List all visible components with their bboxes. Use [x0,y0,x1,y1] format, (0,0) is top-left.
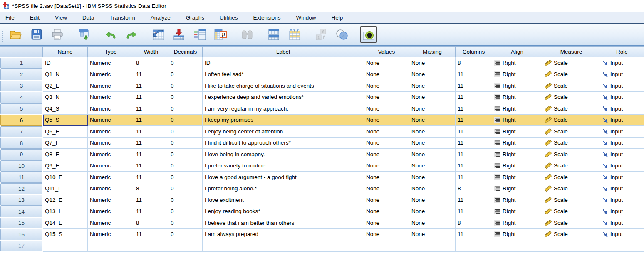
menu-graphs[interactable]: Graphs [181,12,209,23]
cell-type[interactable]: Numeric [88,103,134,115]
cell-measure[interactable]: Scale [542,149,600,160]
cell-role[interactable]: Input [600,194,644,206]
cell-columns[interactable]: 11 [456,126,492,138]
cell-missing[interactable]: None [409,229,456,241]
cell-width[interactable]: 8 [134,183,168,195]
cell-measure[interactable]: Scale [542,217,600,229]
cell-width[interactable]: 11 [134,92,168,103]
cell-decimals[interactable] [168,240,203,252]
cell-name[interactable]: Q5_S [43,115,88,126]
cell-label[interactable]: I prefer being alone.* [203,183,364,195]
cell-label[interactable] [203,240,364,252]
menu-transform[interactable]: Transform [105,12,140,23]
cell-type[interactable]: Numeric [88,206,134,218]
cell-name[interactable]: Q11_I [43,183,88,195]
cell-values[interactable]: None [364,160,409,172]
cell-align[interactable]: Right [492,183,542,195]
cell-label[interactable]: I love a good argument - a good fight [203,172,364,183]
column-header-type[interactable]: Type [88,46,134,57]
menu-view[interactable]: View [50,12,72,23]
cell-role[interactable]: Input [600,160,644,172]
cell-type[interactable]: Numeric [88,160,134,172]
column-header-width[interactable]: Width [134,46,168,57]
cell-role[interactable]: Input [600,217,644,229]
cell-align[interactable]: Right [492,57,542,69]
cell-values[interactable]: None [364,80,409,92]
cell-columns[interactable]: 8 [456,183,492,195]
cell-missing[interactable]: None [409,172,456,183]
cell-measure[interactable]: Scale [542,194,600,206]
toolbar-grip[interactable] [2,27,4,42]
cell-type[interactable]: Numeric [88,172,134,183]
cell-decimals[interactable]: 0 [168,172,203,183]
cell-decimals[interactable]: 0 [168,115,203,126]
cell-decimals[interactable]: 0 [168,126,203,138]
cell-role[interactable]: Input [600,103,644,115]
menu-analyze[interactable]: Analyze [146,12,175,23]
cell-missing[interactable]: None [409,115,456,126]
cell-missing[interactable]: None [409,92,456,103]
row-number[interactable]: 10 [0,160,42,172]
cell-width[interactable]: 11 [134,206,168,218]
column-header-measure[interactable]: Measure [542,46,600,57]
cell-measure[interactable]: Scale [542,103,600,115]
cell-name[interactable]: Q10_E [43,172,88,183]
cell-align[interactable]: Right [492,217,542,229]
cell-width[interactable]: 11 [134,149,168,160]
row-number[interactable]: 8 [0,138,42,149]
cell-name[interactable]: Q13_I [43,206,88,218]
cell-align[interactable]: Right [492,92,542,103]
cell-align[interactable]: Right [492,194,542,206]
row-number[interactable]: 12 [0,183,42,194]
cell-decimals[interactable]: 0 [168,183,203,195]
cell-values[interactable]: None [364,69,409,81]
menu-window[interactable]: Window [292,12,321,23]
cell-missing[interactable]: None [409,126,456,138]
row-number[interactable]: 15 [0,218,42,229]
cell-label[interactable]: ID [203,57,364,69]
cell-columns[interactable]: 11 [456,149,492,160]
cell-decimals[interactable]: 0 [168,80,203,92]
cell-role[interactable]: Input [600,115,644,126]
cell-decimals[interactable]: 0 [168,138,203,149]
cell-missing[interactable]: None [409,183,456,195]
cell-missing[interactable]: None [409,57,456,69]
cell-measure[interactable]: Scale [542,115,600,126]
cell-align[interactable]: Right [492,138,542,149]
cell-missing[interactable]: None [409,138,456,149]
cell-decimals[interactable]: 0 [168,160,203,172]
cell-type[interactable]: Numeric [88,115,134,126]
descriptive-statistics-icon[interactable]: μ [212,26,229,43]
row-number[interactable]: 17 [0,241,42,252]
cell-values[interactable]: None [364,194,409,206]
cell-values[interactable]: None [364,57,409,69]
cell-columns[interactable]: 11 [456,115,492,126]
cell-role[interactable]: Input [600,183,644,195]
menu-edit[interactable]: Edit [25,12,44,23]
row-number[interactable]: 3 [0,81,42,92]
row-number[interactable]: 5 [0,103,42,115]
cell-align[interactable]: Right [492,69,542,81]
cell-role[interactable] [600,240,644,252]
cell-columns[interactable]: 8 [456,57,492,69]
show-all-variables-icon[interactable] [360,26,377,43]
cell-measure[interactable] [542,240,600,252]
cell-label[interactable]: I often feel sad* [203,69,364,81]
column-header-decimals[interactable]: Decimals [168,46,203,57]
print-icon[interactable] [49,26,66,43]
cell-measure[interactable]: Scale [542,229,600,241]
row-number[interactable]: 14 [0,206,42,217]
cell-missing[interactable]: None [409,194,456,206]
cell-decimals[interactable]: 0 [168,229,203,241]
cell-decimals[interactable]: 0 [168,57,203,69]
cell-role[interactable]: Input [600,149,644,160]
cell-values[interactable]: None [364,103,409,115]
cell-label[interactable]: I enjoy being center of attention [203,126,364,138]
cell-measure[interactable]: Scale [542,92,600,103]
cell-label[interactable]: I keep my promises [203,115,364,126]
cell-width[interactable]: 8 [134,217,168,229]
cell-name[interactable]: Q4_S [43,103,88,115]
cell-type[interactable] [88,240,134,252]
cell-values[interactable]: None [364,172,409,183]
cell-label[interactable]: I like to take charge of situations and … [203,80,364,92]
